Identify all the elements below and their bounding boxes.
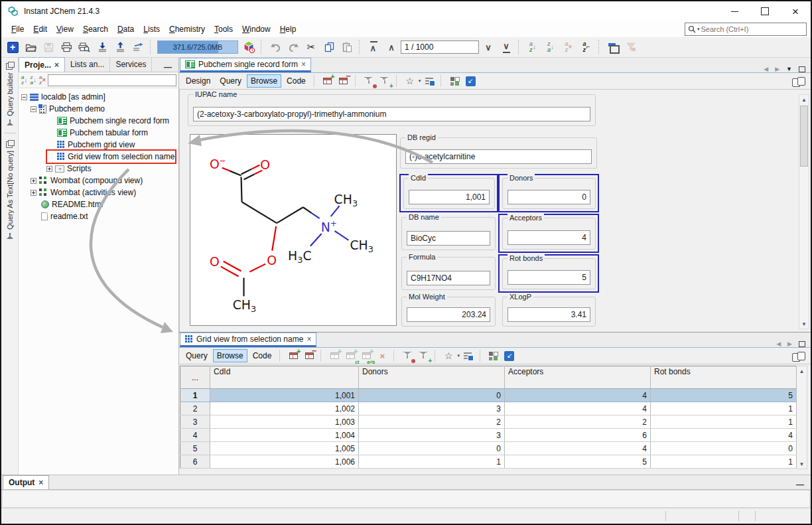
cell-rot-bonds[interactable]: 4 — [651, 429, 797, 442]
xlogp-field[interactable]: 3.41 — [508, 307, 590, 322]
scroll-up-icon[interactable]: ▲ — [801, 95, 807, 104]
row-number[interactable]: 3 — [180, 415, 210, 429]
maximize-view-icon[interactable] — [799, 66, 805, 72]
tree-item-single-record-form[interactable]: Pubchem single record form — [19, 115, 178, 127]
mode-browse[interactable]: Browse — [213, 349, 247, 362]
menu-lists[interactable]: Lists — [139, 23, 165, 36]
undo-button[interactable] — [267, 38, 284, 56]
form-scrollbar[interactable]: ▲ ▼ — [799, 94, 809, 329]
first-record-button[interactable]: ∧ — [365, 38, 382, 56]
cdid-field[interactable]: 1,001 — [409, 190, 490, 204]
tree-sort-asc-icon[interactable]: az↓ — [21, 75, 28, 86]
mode-query[interactable]: Query — [182, 349, 212, 362]
close-icon[interactable]: × — [306, 335, 311, 343]
menu-view[interactable]: View — [52, 23, 78, 36]
row-number[interactable]: 2 — [180, 402, 210, 415]
print-button[interactable] — [58, 38, 75, 56]
open-button[interactable] — [22, 38, 39, 56]
tree-item-pubchem-demo[interactable]: Pubchem demo — [19, 103, 178, 115]
add-related-row-button[interactable]: + — [327, 348, 342, 363]
cell-donors[interactable]: 3 — [359, 402, 505, 415]
tab-projects[interactable]: Proje... × — [19, 57, 65, 72]
cell-rot-bonds[interactable]: 1 — [651, 402, 797, 415]
sort-descending-button[interactable]: za↓ — [542, 38, 559, 56]
menu-file[interactable]: File — [7, 23, 29, 36]
favorites-button[interactable]: ☆ — [403, 74, 417, 88]
memory-monitor[interactable]: 371.6/725.0MB — [157, 40, 238, 54]
menu-chemistry[interactable]: Chemistry — [165, 23, 210, 36]
cell-acceptors[interactable]: 4 — [505, 389, 651, 402]
include-filter-button[interactable]: + — [377, 74, 392, 88]
row-number[interactable]: 4 — [180, 429, 210, 442]
acceptors-field[interactable]: 4 — [508, 230, 590, 245]
copy-button[interactable] — [320, 38, 338, 56]
form-layout-button[interactable] — [447, 74, 462, 88]
cell-rot-bonds[interactable]: 5 — [651, 389, 797, 402]
cell-acceptors[interactable]: 6 — [505, 429, 651, 442]
new-form-button[interactable] — [4, 38, 21, 56]
cell-cdid[interactable]: 1,001 — [210, 389, 359, 402]
tree-item-readme-txt[interactable]: readme.txt — [19, 210, 178, 222]
expand-icon[interactable] — [46, 166, 52, 172]
manage-lists-button[interactable] — [461, 348, 476, 363]
mode-design[interactable]: Design — [182, 74, 214, 88]
search-input[interactable] — [701, 25, 803, 33]
tree-item-wombat-activities[interactable]: Wombat (activities view) — [19, 187, 178, 198]
minimize-panel-icon[interactable]: — — [157, 62, 178, 72]
query-builder-tab[interactable]: Query builder — [6, 72, 14, 126]
query-as-text-tab[interactable]: Query As Text[No query] — [6, 151, 14, 240]
menu-edit[interactable]: Edit — [29, 23, 52, 36]
rot-bonds-field[interactable]: 5 — [508, 270, 590, 285]
tree-item-readme-html[interactable]: README.html — [19, 198, 178, 210]
advanced-sort-button[interactable]: az⌐ — [578, 38, 595, 56]
scroll-down-icon[interactable]: ▼ — [799, 459, 805, 469]
include-filter-button[interactable]: + — [416, 348, 431, 363]
exclude-filter-button[interactable] — [400, 348, 415, 363]
cell-cdid[interactable]: 1,004 — [210, 429, 359, 442]
mode-query[interactable]: Query — [216, 74, 245, 88]
add-related-ct-button[interactable]: +ct — [343, 348, 358, 363]
cell-cdid[interactable]: 1,005 — [210, 442, 359, 455]
tab-scroll-right-icon[interactable]: ▶ — [775, 66, 779, 72]
tree-sort-desc-icon[interactable]: za↓ — [29, 75, 36, 86]
column-header-donors[interactable]: Donors — [359, 366, 505, 389]
exclude-filter-button[interactable] — [362, 74, 376, 88]
cut-button[interactable]: ✂ — [303, 38, 320, 56]
remove-filter-button[interactable] — [622, 38, 640, 56]
iupac-name-field[interactable]: (2-acetoxy-3-carboxylato-propyl)-trimeth… — [193, 107, 590, 121]
table-row[interactable]: 6 1,006 1 5 1 — [180, 455, 797, 469]
form-layout-button[interactable] — [486, 348, 501, 363]
tab-scroll-left-icon[interactable]: ◀ — [776, 340, 781, 347]
tree-filter-input[interactable] — [48, 74, 176, 86]
add-row-button[interactable]: + — [286, 348, 301, 363]
row-number[interactable]: 5 — [180, 442, 210, 455]
mode-browse[interactable]: Browse — [247, 74, 281, 88]
close-icon[interactable]: × — [38, 479, 43, 487]
cell-rot-bonds[interactable]: 1 — [651, 415, 797, 429]
mode-code[interactable]: Code — [249, 349, 276, 362]
merge-data-button[interactable] — [129, 38, 147, 56]
cell-rot-bonds[interactable]: 0 — [651, 442, 797, 455]
cell-donors[interactable]: 0 — [359, 389, 505, 402]
chemaxon-cube-icon[interactable] — [240, 38, 257, 56]
cell-acceptors[interactable]: 2 — [505, 415, 651, 429]
add-row-button[interactable]: + — [320, 74, 335, 88]
column-header-cdid[interactable]: CdId — [210, 366, 359, 389]
cell-cdid[interactable]: 1,002 — [210, 402, 359, 415]
menu-tools[interactable]: Tools — [210, 23, 237, 36]
db-name-field[interactable]: BioCyc — [407, 231, 490, 246]
cell-donors[interactable]: 0 — [359, 442, 505, 455]
expand-icon[interactable] — [31, 178, 36, 184]
scroll-up-icon[interactable]: ▲ — [799, 366, 805, 376]
favorites-button[interactable]: ☆ — [441, 348, 456, 363]
cell-rot-bonds[interactable]: 1 — [651, 455, 797, 469]
close-button[interactable] — [780, 1, 811, 21]
menu-help[interactable]: Help — [275, 23, 301, 36]
quick-search[interactable]: ▾ — [685, 23, 807, 36]
print-preview-button[interactable] — [76, 38, 93, 56]
tree-item-tabular-form[interactable]: Pubchem tabular form — [19, 127, 178, 139]
tab-list-dropdown-icon[interactable]: ▼ — [786, 66, 792, 72]
table-row[interactable]: 4 1,004 3 6 4 — [180, 429, 797, 442]
expand-icon[interactable] — [31, 190, 36, 196]
table-row[interactable]: 2 1,002 3 4 1 — [180, 402, 797, 415]
